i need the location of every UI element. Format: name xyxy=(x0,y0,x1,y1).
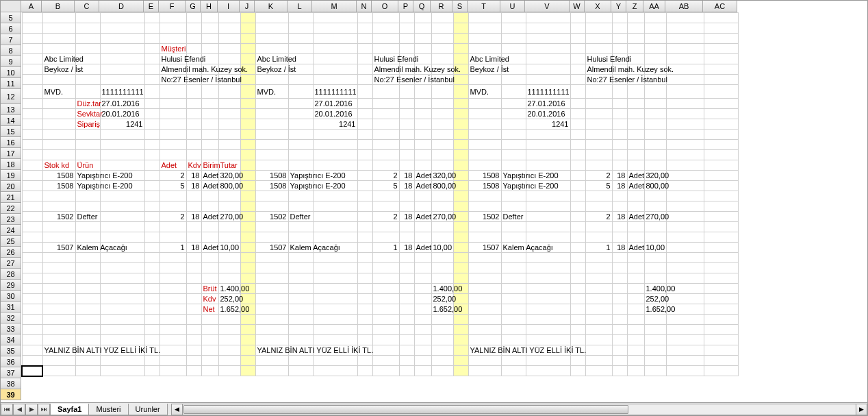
cell-T17[interactable] xyxy=(468,140,501,150)
cell-AB23[interactable] xyxy=(666,201,704,212)
cell-S28[interactable] xyxy=(453,253,468,263)
cell-W34[interactable] xyxy=(570,315,585,325)
cell-M8[interactable] xyxy=(313,44,357,54)
cell-W7[interactable] xyxy=(570,34,585,44)
cell-A15[interactable] xyxy=(22,119,42,130)
cell-U18[interactable] xyxy=(501,150,526,160)
cell-AB30[interactable] xyxy=(666,273,704,284)
cell-N15[interactable] xyxy=(357,119,372,130)
cell-P27[interactable]: 18 xyxy=(399,243,414,253)
cell-D32[interactable] xyxy=(100,294,144,304)
cell-C15[interactable]: Sipariş xyxy=(75,119,100,130)
cell-Q33[interactable] xyxy=(414,304,431,315)
cell-X8[interactable] xyxy=(585,44,612,54)
cell-G18[interactable] xyxy=(186,150,201,160)
cell-Z26[interactable] xyxy=(627,232,644,243)
cell-I15[interactable] xyxy=(218,119,240,130)
row-header-11[interactable]: 11 xyxy=(1,78,21,89)
cell-AC28[interactable] xyxy=(704,253,738,263)
cell-K10[interactable]: Beykoz / İst xyxy=(255,64,288,75)
cell-S36[interactable] xyxy=(453,335,468,345)
cell-Y29[interactable] xyxy=(612,263,627,273)
cell-N32[interactable] xyxy=(357,294,372,304)
row-header-14[interactable]: 14 xyxy=(1,115,21,126)
cell-V31[interactable] xyxy=(526,284,570,294)
cell-J30[interactable] xyxy=(240,273,255,284)
cell-K11[interactable] xyxy=(255,75,288,85)
cell-T18[interactable] xyxy=(468,150,501,160)
cell-T30[interactable] xyxy=(468,273,501,284)
cell-AB8[interactable] xyxy=(666,44,704,54)
col-header-S[interactable]: S xyxy=(452,1,468,12)
cell-C22[interactable] xyxy=(75,191,100,201)
cell-I22[interactable] xyxy=(218,191,240,201)
row-header-25[interactable]: 25 xyxy=(1,236,21,247)
cell-L8[interactable] xyxy=(288,44,313,54)
cell-AA13[interactable] xyxy=(644,99,666,109)
cell-U19[interactable] xyxy=(501,160,526,171)
cell-P38[interactable] xyxy=(399,356,414,366)
cell-F36[interactable] xyxy=(159,335,186,345)
cell-S19[interactable] xyxy=(453,160,468,171)
cell-G25[interactable] xyxy=(186,222,201,232)
cell-I23[interactable] xyxy=(218,201,240,212)
cell-U8[interactable] xyxy=(501,44,526,54)
cell-E38[interactable] xyxy=(144,356,159,366)
cell-U22[interactable] xyxy=(501,191,526,201)
cell-V11[interactable] xyxy=(526,75,570,85)
cell-T31[interactable] xyxy=(468,284,501,294)
cell-I21[interactable]: 800,00 xyxy=(218,181,240,191)
cell-AC14[interactable] xyxy=(704,109,738,119)
cell-X39[interactable] xyxy=(585,366,612,376)
cell-K34[interactable] xyxy=(255,315,288,325)
cell-S6[interactable] xyxy=(453,23,468,34)
cell-A6[interactable] xyxy=(22,23,42,34)
cell-V23[interactable] xyxy=(526,201,570,212)
cell-V22[interactable] xyxy=(526,191,570,201)
cell-P24[interactable]: 18 xyxy=(399,212,414,222)
cell-V28[interactable] xyxy=(526,253,570,263)
tab-nav-last[interactable]: ⏭ xyxy=(38,404,50,415)
cell-A10[interactable] xyxy=(22,64,42,75)
cell-AA12[interactable] xyxy=(644,85,666,99)
cell-AB27[interactable] xyxy=(666,243,704,253)
cell-G38[interactable] xyxy=(186,356,201,366)
cell-E10[interactable] xyxy=(144,64,159,75)
cell-C30[interactable] xyxy=(75,273,100,284)
cell-S5[interactable] xyxy=(453,13,468,23)
cell-T38[interactable] xyxy=(468,356,501,366)
cell-A13[interactable] xyxy=(22,99,42,109)
cell-O28[interactable] xyxy=(372,253,399,263)
cell-G34[interactable] xyxy=(186,315,201,325)
cell-Y22[interactable] xyxy=(612,191,627,201)
cell-AB15[interactable] xyxy=(666,119,704,130)
cell-L31[interactable] xyxy=(288,284,313,294)
cell-I6[interactable] xyxy=(218,23,240,34)
cell-L22[interactable] xyxy=(288,191,313,201)
cell-P22[interactable] xyxy=(399,191,414,201)
cell-H7[interactable] xyxy=(201,34,218,44)
cell-AC33[interactable] xyxy=(704,304,738,315)
cell-O18[interactable] xyxy=(372,150,399,160)
cell-S39[interactable] xyxy=(453,366,468,376)
cell-P5[interactable] xyxy=(399,13,414,23)
cell-X37[interactable] xyxy=(585,345,612,356)
cell-F8[interactable]: Müşteri xyxy=(159,44,186,54)
cell-V25[interactable] xyxy=(526,222,570,232)
cell-D22[interactable] xyxy=(100,191,144,201)
cell-I18[interactable] xyxy=(218,150,240,160)
cell-T28[interactable] xyxy=(468,253,501,263)
cell-G21[interactable]: 18 xyxy=(186,181,201,191)
cell-AB20[interactable] xyxy=(666,171,704,181)
cell-P19[interactable] xyxy=(399,160,414,171)
cell-T10[interactable]: Beykoz / İst xyxy=(468,64,501,75)
cell-G20[interactable]: 18 xyxy=(186,171,201,181)
cell-H36[interactable] xyxy=(201,335,218,345)
cell-W19[interactable] xyxy=(570,160,585,171)
cell-B34[interactable] xyxy=(42,315,75,325)
cell-D30[interactable] xyxy=(100,273,144,284)
cell-R38[interactable] xyxy=(431,356,453,366)
cell-H14[interactable] xyxy=(201,109,218,119)
cell-F25[interactable] xyxy=(159,222,186,232)
cell-R24[interactable]: 270,00 xyxy=(431,212,453,222)
